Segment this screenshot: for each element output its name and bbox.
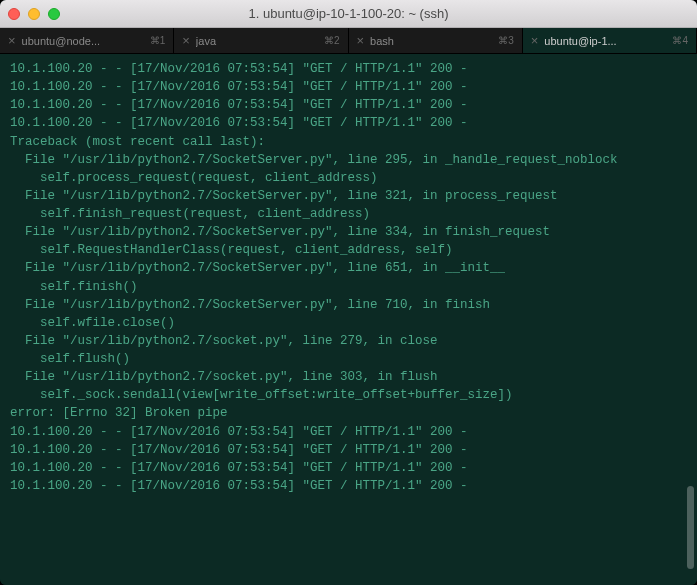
tab-label: java bbox=[196, 35, 318, 47]
tab-label: ubuntu@ip-1... bbox=[544, 35, 666, 47]
tab-bar: ×ubuntu@node...⌘1×java⌘2×bash⌘3×ubuntu@i… bbox=[0, 28, 697, 54]
scrollbar-thumb[interactable] bbox=[687, 486, 694, 569]
terminal-line: error: [Errno 32] Broken pipe bbox=[10, 404, 687, 422]
terminal-line: self._sock.sendall(view[write_offset:wri… bbox=[10, 386, 687, 404]
terminal-line: self.flush() bbox=[10, 350, 687, 368]
tab-3[interactable]: ×ubuntu@ip-1...⌘4 bbox=[523, 28, 697, 53]
terminal-line: 10.1.100.20 - - [17/Nov/2016 07:53:54] "… bbox=[10, 114, 687, 132]
terminal-line: File "/usr/lib/python2.7/SocketServer.py… bbox=[10, 187, 687, 205]
terminal-line: 10.1.100.20 - - [17/Nov/2016 07:53:54] "… bbox=[10, 60, 687, 78]
scrollbar-track[interactable] bbox=[687, 60, 694, 579]
tab-label: bash bbox=[370, 35, 492, 47]
tab-shortcut: ⌘3 bbox=[498, 35, 514, 46]
terminal-window: 1. ubuntu@ip-10-1-100-20: ~ (ssh) ×ubunt… bbox=[0, 0, 697, 585]
terminal-line: 10.1.100.20 - - [17/Nov/2016 07:53:54] "… bbox=[10, 441, 687, 459]
tab-label: ubuntu@node... bbox=[22, 35, 144, 47]
terminal-line: 10.1.100.20 - - [17/Nov/2016 07:53:54] "… bbox=[10, 96, 687, 114]
tab-2[interactable]: ×bash⌘3 bbox=[349, 28, 523, 53]
terminal-line: 10.1.100.20 - - [17/Nov/2016 07:53:54] "… bbox=[10, 477, 687, 495]
close-tab-icon[interactable]: × bbox=[531, 33, 539, 48]
terminal-viewport: 10.1.100.20 - - [17/Nov/2016 07:53:54] "… bbox=[0, 54, 697, 585]
close-tab-icon[interactable]: × bbox=[8, 33, 16, 48]
terminal-line: 10.1.100.20 - - [17/Nov/2016 07:53:54] "… bbox=[10, 78, 687, 96]
tab-shortcut: ⌘2 bbox=[324, 35, 340, 46]
terminal-line: self.finish_request(request, client_addr… bbox=[10, 205, 687, 223]
terminal-line: Traceback (most recent call last): bbox=[10, 133, 687, 151]
titlebar: 1. ubuntu@ip-10-1-100-20: ~ (ssh) bbox=[0, 0, 697, 28]
tab-0[interactable]: ×ubuntu@node...⌘1 bbox=[0, 28, 174, 53]
terminal-line: File "/usr/lib/python2.7/SocketServer.py… bbox=[10, 223, 687, 241]
close-window-button[interactable] bbox=[8, 8, 20, 20]
terminal-line: 10.1.100.20 - - [17/Nov/2016 07:53:54] "… bbox=[10, 423, 687, 441]
traffic-lights bbox=[8, 8, 60, 20]
terminal-line: self.RequestHandlerClass(request, client… bbox=[10, 241, 687, 259]
window-title: 1. ubuntu@ip-10-1-100-20: ~ (ssh) bbox=[0, 6, 697, 21]
tab-shortcut: ⌘1 bbox=[150, 35, 166, 46]
close-tab-icon[interactable]: × bbox=[182, 33, 190, 48]
terminal-line: File "/usr/lib/python2.7/SocketServer.py… bbox=[10, 151, 687, 169]
terminal-line: File "/usr/lib/python2.7/SocketServer.py… bbox=[10, 296, 687, 314]
maximize-window-button[interactable] bbox=[48, 8, 60, 20]
terminal-line: self.process_request(request, client_add… bbox=[10, 169, 687, 187]
close-tab-icon[interactable]: × bbox=[357, 33, 365, 48]
tab-1[interactable]: ×java⌘2 bbox=[174, 28, 348, 53]
terminal-line: File "/usr/lib/python2.7/socket.py", lin… bbox=[10, 368, 687, 386]
minimize-window-button[interactable] bbox=[28, 8, 40, 20]
terminal-output[interactable]: 10.1.100.20 - - [17/Nov/2016 07:53:54] "… bbox=[0, 54, 697, 585]
tab-shortcut: ⌘4 bbox=[672, 35, 688, 46]
terminal-line: 10.1.100.20 - - [17/Nov/2016 07:53:54] "… bbox=[10, 459, 687, 477]
terminal-line: File "/usr/lib/python2.7/SocketServer.py… bbox=[10, 259, 687, 277]
terminal-line: self.finish() bbox=[10, 278, 687, 296]
terminal-line: File "/usr/lib/python2.7/socket.py", lin… bbox=[10, 332, 687, 350]
terminal-line: self.wfile.close() bbox=[10, 314, 687, 332]
